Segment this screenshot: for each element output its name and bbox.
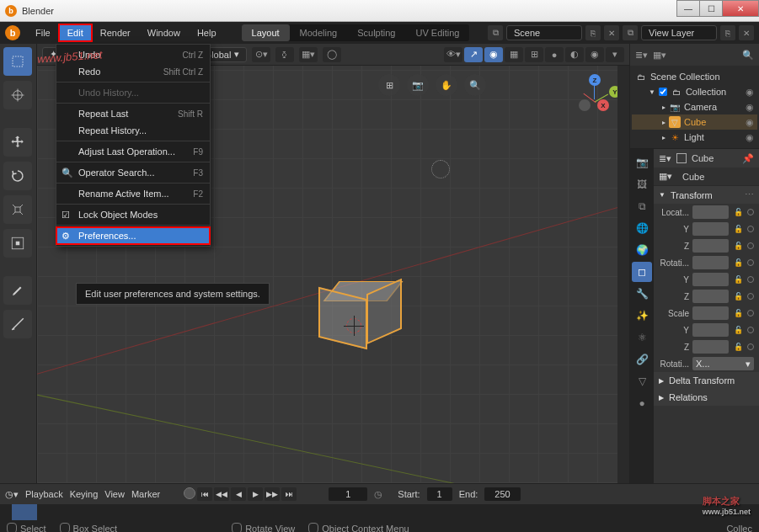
timeline-type-icon[interactable]: ◷▾ (5, 489, 19, 500)
outliner-type-icon[interactable]: ≣▾ (635, 50, 648, 61)
viewlayer-browse-icon[interactable]: ⧉ (623, 25, 638, 40)
xray-toggle-icon[interactable]: ▦ (505, 47, 523, 62)
keyframe-prev-icon[interactable]: ◀◀ (214, 487, 229, 501)
play-reverse-icon[interactable]: ◀ (231, 487, 246, 501)
lock-icon[interactable]: 🔓 (732, 307, 744, 319)
tool-cursor[interactable] (3, 81, 32, 109)
gizmo-x-axis[interactable]: X (597, 99, 609, 111)
viewlayer-name-field[interactable]: View Layer (641, 25, 717, 40)
tree-scene-collection[interactable]: 🗀 Scene Collection (632, 69, 757, 84)
tab-modeling[interactable]: Modeling (290, 24, 348, 41)
tab-world[interactable]: 🌍 (632, 240, 652, 260)
viewlayer-new-icon[interactable]: ⎘ (720, 25, 735, 40)
object-visibility-icon[interactable]: 👁▾ (444, 47, 462, 62)
lock-icon[interactable]: 🔓 (732, 290, 744, 302)
panel-delta-transform[interactable]: ▶Delta Transform (654, 372, 759, 389)
tool-measure[interactable] (3, 310, 32, 338)
tab-output[interactable]: 🖼 (632, 174, 652, 194)
timeline-view-menu[interactable]: View (104, 489, 125, 499)
keyframe-dot-icon[interactable] (747, 327, 754, 333)
scene-name-field[interactable]: Scene (506, 25, 582, 40)
gizmo-z-axis[interactable]: Z (589, 74, 601, 86)
snap-dropdown-icon[interactable]: ▦▾ (299, 47, 318, 62)
lock-icon[interactable]: 🔓 (732, 257, 744, 269)
loc-x-field[interactable] (692, 205, 729, 219)
timeline-keying-menu[interactable]: Keying (70, 489, 99, 499)
collection-checkbox[interactable] (659, 88, 667, 96)
shading-rendered-icon[interactable]: ◉ (585, 47, 604, 62)
auto-keyframe-icon[interactable] (184, 487, 195, 499)
play-icon[interactable]: ▶ (248, 487, 263, 501)
timeline-marker-menu[interactable]: Marker (131, 489, 160, 499)
gizmo-neg-axis[interactable] (579, 99, 591, 111)
rot-x-field[interactable] (692, 256, 729, 269)
keyframe-dot-icon[interactable] (747, 226, 754, 232)
shading-wireframe-icon[interactable]: ⊞ (525, 47, 543, 62)
menu-undo-history[interactable]: Undo History... (56, 84, 210, 101)
viewlayer-delete-icon[interactable]: ✕ (739, 25, 754, 40)
outliner-search-icon[interactable]: 🔍 (742, 50, 754, 61)
playhead[interactable] (12, 504, 37, 520)
shading-dropdown-icon[interactable]: ▾ (606, 47, 624, 62)
tab-layout[interactable]: Layout (242, 24, 290, 41)
current-frame-field[interactable]: 1 (329, 487, 367, 501)
keyframe-next-icon[interactable]: ▶▶ (265, 487, 280, 501)
scene-delete-icon[interactable]: ✕ (604, 25, 619, 40)
tab-particles[interactable]: ✨ (632, 306, 652, 326)
tab-uv-editing[interactable]: UV Editing (405, 24, 469, 41)
window-minimize-button[interactable]: — (676, 0, 700, 17)
blender-icon[interactable]: b (5, 25, 20, 40)
tool-transform[interactable] (3, 229, 32, 258)
menu-repeat-history[interactable]: Repeat History... (56, 122, 210, 139)
menu-preferences[interactable]: ⚙Preferences... (56, 227, 210, 244)
viewport-scroll-v[interactable] (617, 66, 629, 483)
lock-icon[interactable]: 🔓 (732, 341, 744, 353)
tool-scale[interactable] (3, 195, 32, 224)
loc-y-field[interactable] (692, 222, 729, 236)
keyframe-dot-icon[interactable] (747, 242, 754, 249)
outliner-display-icon[interactable]: ▦▾ (653, 50, 666, 61)
keyframe-dot-icon[interactable] (747, 343, 754, 350)
menu-render[interactable]: Render (92, 24, 139, 41)
window-maximize-button[interactable]: ☐ (699, 0, 723, 17)
jump-start-icon[interactable]: ⏮ (197, 487, 212, 501)
cube-object[interactable] (318, 279, 388, 348)
tab-object[interactable]: ◻ (632, 262, 652, 282)
tab-scene[interactable]: 🌐 (632, 218, 652, 238)
loc-z-field[interactable] (692, 239, 729, 253)
keyframe-dot-icon[interactable] (747, 259, 754, 266)
shading-solid-icon[interactable]: ● (545, 47, 564, 62)
menu-file[interactable]: File (27, 24, 59, 41)
lock-icon[interactable]: 🔓 (732, 206, 744, 218)
tool-move[interactable] (3, 128, 32, 157)
visibility-icon[interactable]: ◉ (746, 87, 754, 98)
lock-icon[interactable]: 🔓 (732, 274, 744, 285)
scene-new-icon[interactable]: ⎘ (585, 25, 601, 40)
3d-cursor-icon[interactable] (346, 318, 361, 333)
tab-viewlayer[interactable]: ⧉ (632, 196, 652, 216)
snap-toggle-icon[interactable]: ⧲ (275, 47, 294, 62)
menu-operator-search[interactable]: 🔍Operator Search...F3 (56, 164, 210, 181)
rot-y-field[interactable] (692, 273, 729, 286)
tab-render[interactable]: 📷 (632, 152, 652, 173)
tree-collection[interactable]: ▼ 🗀 Collection ◉ (632, 84, 757, 99)
keyframe-dot-icon[interactable] (747, 276, 754, 283)
visibility-icon[interactable]: ◉ (746, 102, 754, 113)
tab-physics[interactable]: ⚛ (632, 327, 652, 348)
menu-rename-active[interactable]: Rename Active Item...F2 (56, 185, 210, 202)
camera-view-icon[interactable]: ⊞ (378, 74, 400, 96)
pivot-dropdown-icon[interactable]: ⊙▾ (252, 47, 270, 62)
menu-edit[interactable]: Edit (59, 24, 92, 41)
nav-gizmo[interactable]: Z Y X (574, 74, 621, 121)
tab-data[interactable]: ▽ (632, 371, 652, 391)
rot-z-field[interactable] (692, 290, 729, 303)
tree-camera[interactable]: ▸ 📷 Camera ◉ (632, 99, 757, 114)
menu-adjust-last[interactable]: Adjust Last Operation...F9 (56, 143, 210, 160)
menu-redo[interactable]: RedoShift Ctrl Z (56, 63, 210, 80)
tab-modifiers[interactable]: 🔧 (632, 284, 652, 304)
pin-icon[interactable]: 📌 (742, 153, 754, 164)
lock-icon[interactable]: 🔓 (732, 240, 744, 252)
shading-matpreview-icon[interactable]: ◐ (565, 47, 584, 62)
tool-select-box[interactable] (3, 47, 32, 76)
panel-transform[interactable]: ▼ Transform ⋯ (654, 186, 759, 204)
